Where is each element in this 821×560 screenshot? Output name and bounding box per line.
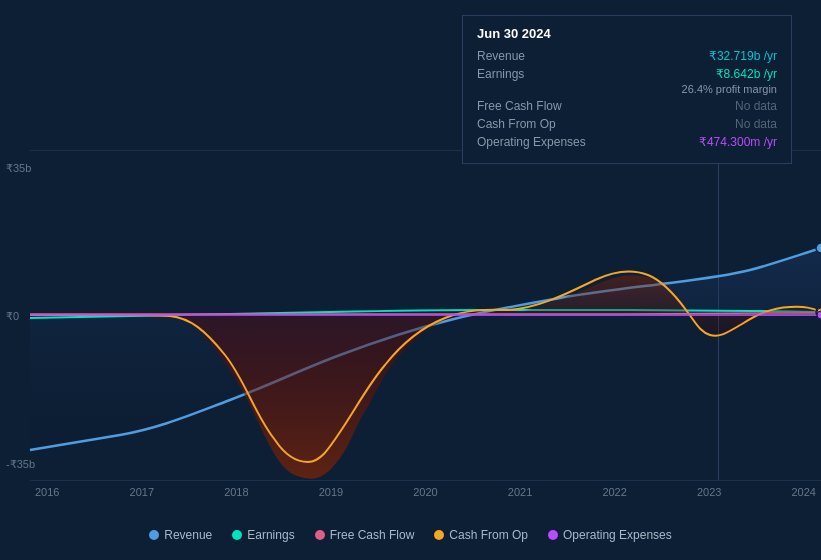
x-axis-labels: 2016 2017 2018 2019 2020 2021 2022 2023 … bbox=[30, 486, 821, 498]
legend-item-cfo[interactable]: Cash From Op bbox=[434, 528, 528, 542]
svg-point-4 bbox=[817, 311, 821, 319]
legend-item-fcf[interactable]: Free Cash Flow bbox=[315, 528, 415, 542]
legend-dot-earnings bbox=[232, 530, 242, 540]
legend-label-opex: Operating Expenses bbox=[563, 528, 672, 542]
legend-label-revenue: Revenue bbox=[164, 528, 212, 542]
tooltip-earnings-label: Earnings bbox=[477, 67, 607, 81]
x-label-2018: 2018 bbox=[224, 486, 248, 498]
y-label-mid: ₹0 bbox=[6, 310, 19, 323]
tooltip-opex-label: Operating Expenses bbox=[477, 135, 607, 149]
x-label-2024: 2024 bbox=[792, 486, 816, 498]
x-label-2022: 2022 bbox=[602, 486, 626, 498]
x-label-2020: 2020 bbox=[413, 486, 437, 498]
x-label-2021: 2021 bbox=[508, 486, 532, 498]
tooltip-profit-margin: 26.4% profit margin bbox=[682, 83, 777, 95]
legend-item-revenue[interactable]: Revenue bbox=[149, 528, 212, 542]
legend-label-fcf: Free Cash Flow bbox=[330, 528, 415, 542]
tooltip-date: Jun 30 2024 bbox=[477, 26, 777, 41]
legend-dot-revenue bbox=[149, 530, 159, 540]
svg-point-1 bbox=[816, 243, 821, 253]
grid-line-bot bbox=[30, 480, 821, 481]
x-label-2019: 2019 bbox=[319, 486, 343, 498]
chart-legend: Revenue Earnings Free Cash Flow Cash Fro… bbox=[0, 528, 821, 542]
legend-item-earnings[interactable]: Earnings bbox=[232, 528, 294, 542]
x-label-2016: 2016 bbox=[35, 486, 59, 498]
x-label-2017: 2017 bbox=[130, 486, 154, 498]
tooltip-earnings-block: ₹8.642b /yr 26.4% profit margin bbox=[682, 67, 777, 95]
chart-area bbox=[30, 150, 821, 480]
tooltip-cfo-label: Cash From Op bbox=[477, 117, 607, 131]
tooltip-revenue-label: Revenue bbox=[477, 49, 607, 63]
x-label-2023: 2023 bbox=[697, 486, 721, 498]
legend-label-earnings: Earnings bbox=[247, 528, 294, 542]
tooltip-fcf-label: Free Cash Flow bbox=[477, 99, 607, 113]
tooltip-box: Jun 30 2024 Revenue ₹32.719b /yr Earning… bbox=[462, 15, 792, 164]
tooltip-fcf-row: Free Cash Flow No data bbox=[477, 99, 777, 113]
tooltip-opex-row: Operating Expenses ₹474.300m /yr bbox=[477, 135, 777, 149]
y-label-top: ₹35b bbox=[6, 162, 31, 175]
tooltip-opex-value: ₹474.300m /yr bbox=[699, 135, 777, 149]
tooltip-cfo-row: Cash From Op No data bbox=[477, 117, 777, 131]
legend-label-cfo: Cash From Op bbox=[449, 528, 528, 542]
tooltip-cfo-value: No data bbox=[735, 117, 777, 131]
legend-item-opex[interactable]: Operating Expenses bbox=[548, 528, 672, 542]
legend-dot-fcf bbox=[315, 530, 325, 540]
tooltip-revenue-row: Revenue ₹32.719b /yr bbox=[477, 49, 777, 63]
chart-container: Jun 30 2024 Revenue ₹32.719b /yr Earning… bbox=[0, 0, 821, 560]
tooltip-revenue-value: ₹32.719b /yr bbox=[709, 49, 777, 63]
tooltip-earnings-value: ₹8.642b /yr bbox=[682, 67, 777, 81]
chart-svg bbox=[30, 150, 821, 480]
tooltip-fcf-value: No data bbox=[735, 99, 777, 113]
tooltip-earnings-row: Earnings ₹8.642b /yr 26.4% profit margin bbox=[477, 67, 777, 95]
legend-dot-cfo bbox=[434, 530, 444, 540]
legend-dot-opex bbox=[548, 530, 558, 540]
